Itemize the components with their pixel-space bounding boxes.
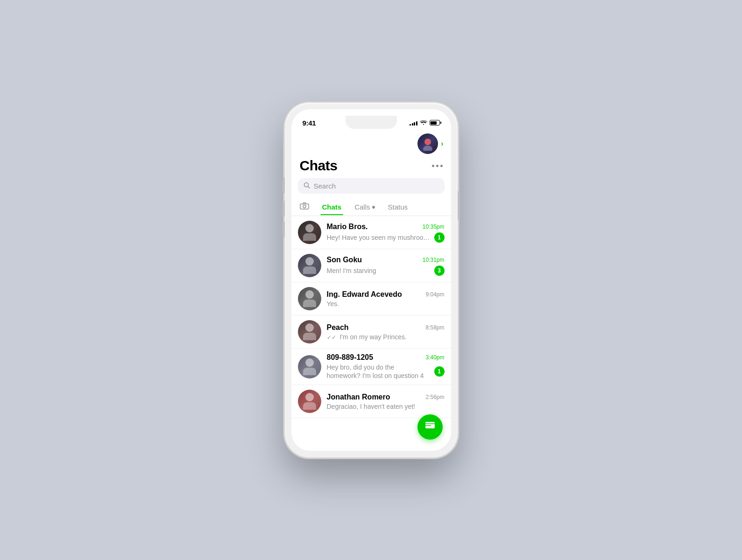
avatar-figure (303, 323, 316, 340)
chat-top-row: Jonathan Romero 2:56pm (327, 393, 445, 401)
svg-point-5 (303, 205, 306, 208)
more-menu-button[interactable] (432, 165, 443, 167)
chat-time: 3:40pm (425, 354, 444, 361)
unread-badge: 1 (434, 232, 445, 243)
search-bar[interactable]: Search (298, 178, 445, 194)
chat-content-jonathan: Jonathan Romero 2:56pm Degraciao, I have… (327, 393, 445, 410)
search-container: Search (291, 178, 451, 198)
tab-calls-dot (372, 206, 375, 209)
chat-top-row: Mario Bros. 10:35pm (327, 223, 445, 231)
avatar-jonathan (298, 390, 321, 413)
story-avatar[interactable] (417, 133, 438, 154)
avatar-figure (303, 224, 316, 241)
chat-preview: Men! I'm starving (327, 267, 434, 274)
avatar-figure (303, 358, 316, 375)
status-icons (410, 119, 440, 126)
story-avatar-container: › (417, 133, 443, 154)
avatar-mario (298, 221, 321, 244)
dot-3 (440, 165, 443, 167)
tab-calls-label: Calls (354, 203, 370, 211)
chat-content-phone: 809-889-1205 3:40pm Hey bro, did you do … (327, 353, 445, 380)
chat-preview: Yes. (327, 300, 434, 308)
chat-time: 9:04pm (425, 291, 444, 298)
tab-status[interactable]: Status (386, 199, 410, 215)
battery-icon (430, 120, 440, 126)
svg-rect-4 (300, 204, 309, 209)
tab-status-label: Status (388, 203, 408, 211)
tab-camera-icon[interactable] (298, 198, 311, 216)
chat-content-edward: Ing. Edward Acevedo 9:04pm Yes. (327, 290, 445, 308)
svg-point-1 (423, 146, 432, 151)
wifi-icon (420, 119, 427, 126)
svg-rect-6 (425, 422, 435, 428)
search-placeholder: Search (314, 182, 336, 190)
chat-item-goku[interactable]: Son Goku 10:31pm Men! I'm starving 3 (291, 249, 451, 282)
chat-item-edward[interactable]: Ing. Edward Acevedo 9:04pm Yes. (291, 282, 451, 315)
camera-notch (346, 116, 397, 129)
chat-bottom-row: Hey! Have you seen my mushrooms? 1 (327, 232, 445, 243)
compose-fab[interactable] (417, 414, 443, 440)
tab-chats-label: Chats (322, 203, 342, 211)
avatar-figure (303, 290, 316, 307)
avatar-figure (303, 393, 316, 410)
chat-name: Peach (327, 323, 349, 332)
chat-bottom-row: ✓✓ I'm on my way Princes. (327, 333, 445, 341)
search-icon (304, 182, 310, 190)
signal-bar-1 (410, 124, 411, 126)
status-time: 9:41 (303, 119, 316, 127)
tab-calls[interactable]: Calls (353, 199, 376, 215)
avatar-edward (298, 287, 321, 310)
unread-badge: 3 (434, 266, 445, 276)
chat-item-phone[interactable]: 809-889-1205 3:40pm Hey bro, did you do … (291, 349, 451, 385)
compose-icon (424, 420, 436, 434)
chat-time: 10:35pm (423, 224, 445, 230)
page-title: Chats (300, 158, 338, 174)
avatar-phone (298, 355, 321, 378)
chat-name: Jonathan Romero (327, 393, 390, 401)
chat-time: 2:56pm (425, 394, 444, 400)
chat-name: 809-889-1205 (327, 353, 374, 362)
signal-bar-4 (416, 121, 417, 126)
chat-preview: Hey! Have you seen my mushrooms? (327, 234, 434, 241)
chat-bottom-row: Yes. (327, 300, 445, 308)
phone-screen: 9:41 (291, 109, 451, 451)
signal-icon (410, 120, 417, 126)
avatar-figure (303, 257, 316, 274)
chat-top-row: Peach 8:58pm (327, 323, 445, 332)
unread-badge: 1 (434, 366, 445, 377)
chat-preview: Degraciao, I haven't eaten yet! (327, 403, 434, 410)
avatar-peach (298, 320, 321, 343)
chat-time: 10:31pm (423, 257, 445, 263)
svg-line-3 (308, 187, 310, 189)
chat-name: Ing. Edward Acevedo (327, 290, 402, 299)
phone-shell: 9:41 (285, 103, 458, 457)
signal-bar-3 (414, 122, 415, 126)
chat-bottom-row: Hey bro, did you do the homework? I'm lo… (327, 363, 445, 380)
story-chevron: › (441, 140, 443, 148)
chat-bottom-row: Men! I'm starving 3 (327, 266, 445, 276)
chat-item-peach[interactable]: Peach 8:58pm ✓✓ I'm on my way Princes. (291, 315, 451, 349)
chat-bottom-row: Degraciao, I haven't eaten yet! (327, 403, 445, 410)
chat-content-peach: Peach 8:58pm ✓✓ I'm on my way Princes. (327, 323, 445, 341)
dot-2 (436, 165, 438, 167)
tab-chats[interactable]: Chats (320, 199, 344, 215)
tab-bar: Chats Calls Status (291, 198, 451, 216)
chat-top-row: Son Goku 10:31pm (327, 256, 445, 264)
chat-preview: ✓✓ I'm on my way Princes. (327, 333, 434, 341)
chat-content-mario: Mario Bros. 10:35pm Hey! Have you seen m… (327, 223, 445, 243)
svg-point-0 (424, 139, 431, 145)
chat-top-row: 809-889-1205 3:40pm (327, 353, 445, 362)
chat-item-mario[interactable]: Mario Bros. 10:35pm Hey! Have you seen m… (291, 216, 451, 249)
double-tick-icon: ✓✓ (327, 334, 336, 341)
chat-preview: Hey bro, did you do the homework? I'm lo… (327, 363, 430, 380)
dot-1 (432, 165, 434, 167)
header: Chats (291, 156, 451, 178)
signal-bar-2 (412, 123, 413, 126)
chat-name: Mario Bros. (327, 223, 368, 231)
avatar-goku (298, 254, 321, 277)
chat-top-row: Ing. Edward Acevedo 9:04pm (327, 290, 445, 299)
chat-item-jonathan[interactable]: Jonathan Romero 2:56pm Degraciao, I have… (291, 385, 451, 418)
story-row: › (291, 130, 451, 156)
chat-content-goku: Son Goku 10:31pm Men! I'm starving 3 (327, 256, 445, 276)
chat-time: 8:58pm (425, 324, 444, 331)
